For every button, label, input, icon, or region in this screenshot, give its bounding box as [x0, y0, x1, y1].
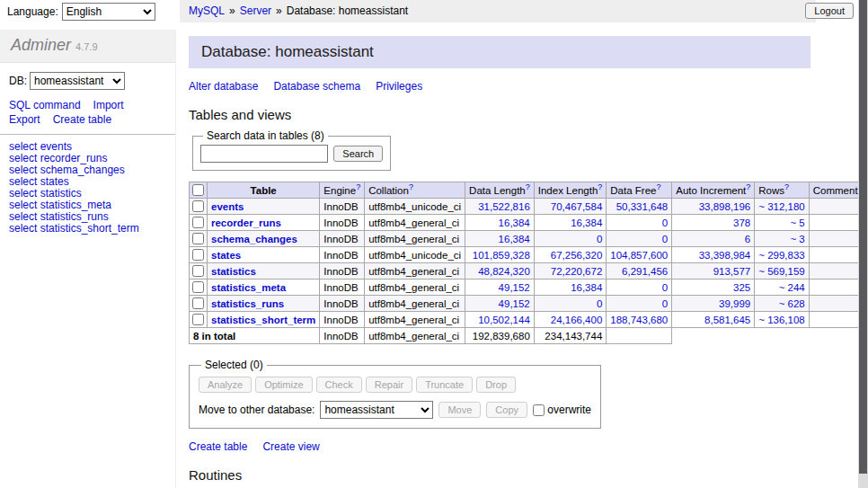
- index-length-link[interactable]: 67,256,320: [551, 250, 603, 261]
- auto-increment-link[interactable]: 913,577: [713, 266, 751, 277]
- data-free-link[interactable]: 188,743,680: [610, 315, 668, 325]
- rows-count-cell: ~ 5: [755, 215, 809, 231]
- create-link[interactable]: Create table: [189, 440, 247, 453]
- index-length-link[interactable]: 24,166,400: [551, 315, 603, 325]
- auto-increment-link[interactable]: 33,398,984: [699, 250, 751, 261]
- index-length-link[interactable]: 0: [597, 234, 602, 244]
- auto-increment-link[interactable]: 378: [733, 217, 750, 228]
- move-button[interactable]: Move: [438, 402, 481, 418]
- index-length-link[interactable]: 72,220,672: [551, 266, 603, 277]
- table-name-link[interactable]: recorder_runs: [211, 217, 281, 228]
- sidebar-action-link[interactable]: Export: [9, 113, 40, 126]
- data-length-link[interactable]: 10,502,144: [478, 315, 530, 325]
- sidebar-action-link[interactable]: Import: [93, 99, 124, 111]
- search-input[interactable]: [200, 145, 328, 163]
- rows-count-cell: ~ 299,833: [755, 247, 809, 263]
- sidebar-action-link[interactable]: SQL command: [9, 99, 81, 111]
- rows-count-link[interactable]: ~ 5: [790, 217, 804, 228]
- language-select[interactable]: English: [62, 3, 155, 21]
- data-free-link[interactable]: 0: [662, 282, 668, 293]
- overwrite-checkbox[interactable]: [533, 404, 545, 416]
- db-action-link[interactable]: Privileges: [376, 80, 422, 93]
- select-all-checkbox[interactable]: [192, 184, 204, 196]
- rows-count-link[interactable]: ~ 312,180: [758, 201, 804, 212]
- column-help-link[interactable]: ?: [746, 182, 750, 191]
- data-length-link[interactable]: 16,384: [499, 217, 530, 228]
- data-length-cell: 31,522,816: [465, 199, 535, 215]
- rows-count-cell: ~ 136,108: [755, 312, 809, 328]
- sidebar-table-link[interactable]: select statistics_short_term: [9, 223, 166, 235]
- row-checkbox[interactable]: [192, 281, 204, 293]
- row-checkbox[interactable]: [192, 265, 204, 277]
- data-length-link[interactable]: 101,859,328: [473, 250, 530, 261]
- search-legend: Search data in tables (8): [203, 129, 328, 142]
- row-checkbox[interactable]: [192, 233, 204, 244]
- scrollbar-thumb[interactable]: [859, 0, 867, 474]
- row-checkbox[interactable]: [192, 297, 204, 309]
- column-help-link[interactable]: ?: [656, 182, 660, 191]
- column-help-link[interactable]: ?: [784, 182, 789, 191]
- data-length-link[interactable]: 49,152: [499, 298, 530, 309]
- data-length-link[interactable]: 16,384: [499, 234, 530, 244]
- auto-increment-link[interactable]: 8,581,645: [704, 315, 750, 325]
- table-name-link[interactable]: states: [211, 250, 241, 261]
- db-select[interactable]: homeassistant: [30, 72, 125, 90]
- drop-button[interactable]: Drop: [476, 377, 516, 393]
- index-length-link[interactable]: 16,384: [571, 217, 602, 228]
- data-free-link[interactable]: 6,291,456: [622, 266, 668, 277]
- app-name: Adminer: [11, 36, 71, 54]
- row-checkbox[interactable]: [192, 200, 204, 212]
- data-free-link[interactable]: 0: [662, 217, 668, 228]
- data-free-link[interactable]: 0: [662, 298, 668, 309]
- data-free-link[interactable]: 50,331,648: [616, 201, 669, 212]
- column-help-link[interactable]: ?: [356, 182, 360, 191]
- rows-count-link[interactable]: ~ 569,159: [758, 266, 804, 277]
- data-length-link[interactable]: 49,152: [499, 282, 530, 293]
- analyze-button[interactable]: Analyze: [199, 377, 252, 393]
- data-free-link[interactable]: 104,857,600: [610, 250, 668, 261]
- search-button[interactable]: Search: [333, 146, 383, 162]
- table-name-link[interactable]: schema_changes: [211, 234, 297, 244]
- copy-button[interactable]: Copy: [486, 402, 527, 418]
- optimize-button[interactable]: Optimize: [255, 377, 312, 393]
- column-help-link[interactable]: ?: [526, 182, 530, 191]
- column-help-link[interactable]: ?: [598, 182, 602, 191]
- data-length-link[interactable]: 31,522,816: [478, 201, 530, 212]
- rows-count-link[interactable]: ~ 299,833: [758, 250, 804, 261]
- db-action-link[interactable]: Database schema: [273, 80, 360, 93]
- sidebar-action-link[interactable]: Create table: [53, 113, 111, 126]
- rows-count-link[interactable]: ~ 244: [779, 282, 805, 293]
- check-button[interactable]: Check: [316, 377, 362, 393]
- row-checkbox[interactable]: [192, 217, 204, 228]
- index-length-link[interactable]: 0: [597, 298, 602, 309]
- table-name-link[interactable]: statistics_short_term: [211, 315, 315, 325]
- index-length-link[interactable]: 16,384: [571, 282, 602, 293]
- index-length-link[interactable]: 70,467,584: [551, 201, 603, 212]
- auto-increment-link[interactable]: 6: [745, 234, 750, 244]
- data-length-link[interactable]: 48,824,320: [478, 266, 530, 277]
- column-help-link[interactable]: ?: [409, 182, 413, 191]
- table-name-link[interactable]: statistics: [211, 266, 256, 277]
- row-checkbox[interactable]: [192, 249, 204, 261]
- truncate-button[interactable]: Truncate: [416, 377, 473, 393]
- data-free-link[interactable]: 0: [662, 234, 668, 244]
- rows-count-link[interactable]: ~ 136,108: [758, 315, 804, 325]
- scrollbar[interactable]: [858, 0, 868, 488]
- db-action-link[interactable]: Alter database: [189, 80, 258, 93]
- breadcrumb-mysql-link[interactable]: MySQL: [189, 4, 225, 17]
- auto-increment-link[interactable]: 325: [733, 282, 750, 293]
- rows-count-link[interactable]: ~ 3: [790, 234, 804, 244]
- row-checkbox[interactable]: [192, 314, 204, 325]
- table-name-link[interactable]: statistics_meta: [211, 282, 286, 293]
- move-db-select[interactable]: homeassistant: [320, 401, 433, 419]
- logout-button[interactable]: Logout: [805, 3, 854, 19]
- breadcrumb-server-link[interactable]: Server: [240, 4, 271, 17]
- auto-increment-link[interactable]: 39,999: [719, 298, 750, 309]
- rows-count-link[interactable]: ~ 628: [779, 298, 805, 309]
- repair-button[interactable]: Repair: [366, 377, 412, 393]
- table-name-link[interactable]: statistics_runs: [211, 298, 284, 309]
- auto-increment-link[interactable]: 33,898,196: [699, 201, 751, 212]
- table-name-link[interactable]: events: [211, 201, 244, 212]
- create-link[interactable]: Create view: [262, 440, 319, 453]
- table-name-cell: statistics_meta: [208, 279, 320, 296]
